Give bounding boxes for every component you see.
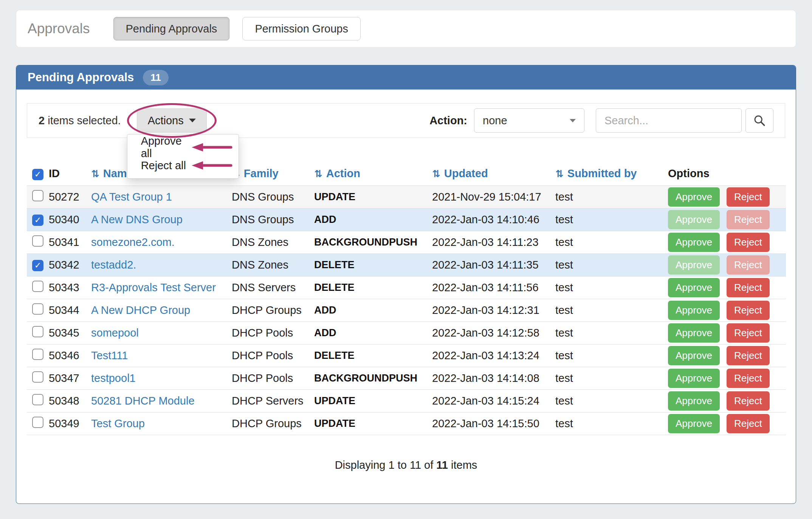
approve-button[interactable]: Approve bbox=[668, 233, 720, 252]
reject-button[interactable]: Reject bbox=[727, 233, 770, 252]
toolbar: 2 items selected. Actions Approve all Re… bbox=[27, 103, 785, 138]
reject-button[interactable]: Reject bbox=[727, 369, 770, 388]
reject-button[interactable]: Reject bbox=[727, 323, 770, 343]
pending-approvals-panel: Pending Approvals 11 2 items selected. A… bbox=[16, 65, 796, 504]
row-name-link[interactable]: QA Test Group 1 bbox=[91, 191, 172, 203]
column-header-updated[interactable]: ⇅Updated bbox=[432, 162, 555, 185]
approve-button[interactable]: Approve bbox=[668, 369, 720, 388]
table-row: 50342 testadd2. DNS Zones DELETE 2022-Ja… bbox=[27, 253, 786, 276]
cell-submitted-by: test bbox=[555, 299, 668, 321]
summary-suffix: items bbox=[448, 459, 477, 471]
summary-prefix: Displaying 1 to 11 of bbox=[335, 459, 437, 471]
cell-action: BACKGROUNDPUSH bbox=[314, 367, 432, 389]
pagination-summary: Displaying 1 to 11 of 11 items bbox=[16, 459, 796, 471]
cell-family: DNS Servers bbox=[232, 276, 314, 299]
row-checkbox[interactable] bbox=[32, 326, 43, 337]
cell-id: 50272 bbox=[49, 185, 91, 208]
search-input[interactable] bbox=[596, 108, 742, 133]
sort-icon: ⇅ bbox=[314, 168, 322, 179]
menu-item-approve-all[interactable]: Approve all bbox=[127, 138, 239, 156]
row-checkbox[interactable] bbox=[32, 235, 43, 247]
cell-action: BACKGROUNDPUSH bbox=[314, 231, 432, 253]
cell-submitted-by: test bbox=[555, 276, 668, 299]
action-filter-label: Action: bbox=[429, 114, 467, 127]
row-name-link[interactable]: A New DNS Group bbox=[91, 213, 183, 226]
approve-button[interactable]: Approve bbox=[668, 255, 720, 275]
column-label: Updated bbox=[444, 167, 488, 179]
column-header-family[interactable]: ⇅Family bbox=[232, 162, 314, 185]
row-checkbox[interactable] bbox=[32, 190, 43, 201]
row-checkbox[interactable] bbox=[32, 349, 43, 360]
table-row: 50348 50281 DHCP Module DHCP Servers UPD… bbox=[27, 389, 786, 412]
tab-permission-groups[interactable]: Permission Groups bbox=[242, 17, 361, 40]
cell-id: 50346 bbox=[49, 344, 91, 367]
row-checkbox[interactable] bbox=[32, 281, 43, 292]
actions-dropdown: Actions Approve all Reject all bbox=[137, 108, 207, 133]
row-name-link[interactable]: A New DHCP Group bbox=[91, 304, 190, 316]
cell-family: DHCP Servers bbox=[232, 389, 314, 412]
table-body: 50272 QA Test Group 1 DNS Groups UPDATE … bbox=[27, 185, 786, 435]
actions-button[interactable]: Actions bbox=[137, 108, 207, 133]
page-title: Approvals bbox=[28, 21, 90, 37]
reject-button[interactable]: Reject bbox=[727, 187, 770, 207]
sort-icon: ⇅ bbox=[555, 168, 564, 179]
row-checkbox[interactable] bbox=[32, 371, 43, 383]
search-button[interactable] bbox=[745, 108, 773, 133]
cell-id: 50340 bbox=[49, 208, 91, 231]
cell-action: ADD bbox=[314, 208, 432, 231]
row-checkbox[interactable] bbox=[32, 303, 43, 315]
cell-action: DELETE bbox=[314, 344, 432, 367]
cell-submitted-by: test bbox=[555, 412, 668, 435]
cell-submitted-by: test bbox=[555, 185, 668, 208]
select-all-checkbox[interactable] bbox=[32, 169, 43, 180]
cell-updated: 2022-Jan-03 14:14:08 bbox=[432, 367, 555, 389]
cell-submitted-by: test bbox=[555, 367, 668, 389]
reject-button[interactable]: Reject bbox=[727, 391, 770, 411]
reject-button[interactable]: Reject bbox=[727, 210, 770, 229]
cell-id: 50342 bbox=[49, 253, 91, 276]
row-checkbox[interactable] bbox=[32, 394, 43, 405]
cell-id: 50347 bbox=[49, 367, 91, 389]
reject-button[interactable]: Reject bbox=[727, 278, 770, 297]
approve-button[interactable]: Approve bbox=[668, 391, 720, 411]
row-name-link[interactable]: testpool1 bbox=[91, 372, 136, 384]
approve-button[interactable]: Approve bbox=[668, 301, 720, 320]
approve-button[interactable]: Approve bbox=[668, 210, 720, 229]
reject-button[interactable]: Reject bbox=[727, 301, 770, 320]
caret-down-icon bbox=[570, 119, 576, 122]
cell-updated: 2022-Jan-03 14:10:46 bbox=[432, 208, 555, 231]
approve-button[interactable]: Approve bbox=[668, 346, 720, 365]
row-name-link[interactable]: somepool bbox=[91, 327, 139, 339]
approve-button[interactable]: Approve bbox=[668, 414, 720, 433]
reject-button[interactable]: Reject bbox=[727, 346, 770, 365]
reject-button[interactable]: Reject bbox=[727, 414, 770, 433]
row-name-link[interactable]: 50281 DHCP Module bbox=[91, 395, 195, 407]
column-header-options: Options bbox=[668, 162, 786, 185]
annotation-arrow-icon bbox=[191, 160, 233, 171]
column-label: Action bbox=[326, 167, 360, 179]
row-name-link[interactable]: somezone2.com. bbox=[91, 236, 175, 248]
row-checkbox[interactable] bbox=[32, 417, 43, 428]
row-name-link[interactable]: Test Group bbox=[91, 417, 145, 429]
tab-pending-approvals[interactable]: Pending Approvals bbox=[113, 17, 230, 40]
approve-button[interactable]: Approve bbox=[668, 278, 720, 297]
approve-button[interactable]: Approve bbox=[668, 323, 720, 343]
row-checkbox[interactable] bbox=[32, 215, 43, 226]
column-header-action[interactable]: ⇅Action bbox=[314, 162, 432, 185]
row-name-link[interactable]: Test111 bbox=[91, 349, 128, 361]
row-name-link[interactable]: R3-Approvals Test Server bbox=[91, 281, 216, 293]
menu-item-reject-all[interactable]: Reject all bbox=[127, 156, 239, 175]
row-checkbox[interactable] bbox=[32, 260, 43, 271]
action-filter-select[interactable]: none bbox=[474, 108, 584, 133]
cell-family: DHCP Groups bbox=[232, 412, 314, 435]
approvals-table: ID ⇅Name ⇅Family ⇅Action ⇅Updated ⇅Submi… bbox=[27, 162, 786, 435]
cell-updated: 2022-Jan-03 14:12:31 bbox=[432, 299, 555, 321]
reject-button[interactable]: Reject bbox=[727, 255, 770, 275]
column-header-submitted-by[interactable]: ⇅Submitted by bbox=[555, 162, 668, 185]
selected-items-info: 2 items selected. bbox=[39, 114, 121, 127]
selected-count: 2 bbox=[39, 114, 45, 127]
approve-button[interactable]: Approve bbox=[668, 187, 720, 207]
table-row: 50345 somepool DHCP Pools ADD 2022-Jan-0… bbox=[27, 321, 786, 344]
row-name-link[interactable]: testadd2. bbox=[91, 259, 136, 271]
sort-icon: ⇅ bbox=[432, 168, 440, 179]
